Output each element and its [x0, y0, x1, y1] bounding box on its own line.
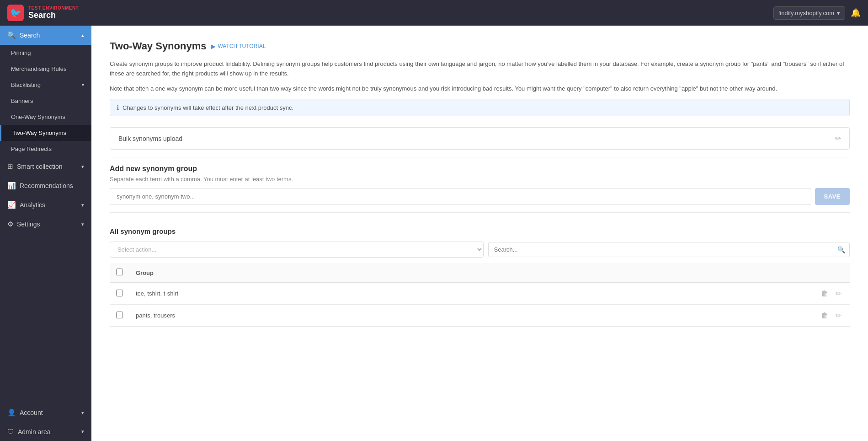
synonym-table: Group tee, tshirt, t-shirt 🗑 ✏ pa	[110, 263, 850, 327]
edit-button[interactable]: ✏	[834, 288, 843, 299]
chevron-down-icon: ▾	[81, 202, 84, 208]
search-icon: 🔍	[837, 246, 845, 253]
notifications-icon[interactable]: 🔔	[851, 8, 861, 18]
row-checkbox-cell	[110, 305, 129, 327]
sidebar-admin-label: Admin area	[18, 428, 51, 436]
table-row: pants, trousers 🗑 ✏	[110, 305, 850, 327]
sidebar-section-admin[interactable]: 🛡 Admin area ▾	[0, 422, 91, 441]
sidebar-section-smart-collection[interactable]: ⊞ Smart collection ▾	[0, 157, 91, 176]
admin-icon: 🛡	[7, 428, 14, 436]
topbar-brand: TEST ENVIRONMENT Search	[28, 5, 79, 20]
description-1: Create synonym groups to improve product…	[110, 59, 850, 79]
store-name: findify.myshopify.com	[778, 10, 834, 16]
analytics-icon: 📈	[7, 201, 16, 209]
row-terms: tee, tshirt, t-shirt	[129, 283, 813, 305]
row-actions: 🗑 ✏	[819, 310, 843, 321]
account-icon: 👤	[7, 409, 16, 417]
add-synonym-section: Add new synonym group Separate each term…	[110, 165, 850, 205]
table-header-row: Group	[110, 263, 850, 283]
store-selector[interactable]: findify.myshopify.com ▾	[773, 6, 845, 20]
sidebar-section-settings[interactable]: ⚙ Settings ▾	[0, 215, 91, 234]
info-box: ℹ Changes to synonyms will take effect a…	[110, 99, 850, 116]
info-icon: ℹ	[117, 104, 119, 111]
row-actions-cell: 🗑 ✏	[813, 305, 850, 327]
divider-2	[110, 212, 850, 213]
sidebar-section-search[interactable]: 🔍 Search ▴	[0, 26, 91, 45]
divider-1	[110, 157, 850, 157]
topbar: 🐦 TEST ENVIRONMENT Search findify.myshop…	[0, 0, 868, 26]
env-label: TEST ENVIRONMENT	[28, 5, 79, 11]
sidebar-item-pinning[interactable]: Pinning	[0, 45, 91, 61]
chevron-up-icon: ▴	[81, 32, 84, 38]
sidebar-smart-collection-label: Smart collection	[17, 163, 63, 170]
synonym-input-row: SAVE	[110, 188, 850, 205]
save-button[interactable]: SAVE	[815, 188, 850, 205]
actions-col-header	[813, 263, 850, 283]
chevron-down-icon: ▾	[82, 82, 84, 87]
sidebar-settings-label: Settings	[17, 220, 40, 228]
sidebar-item-merchandising-rules[interactable]: Merchandising Rules	[0, 61, 91, 77]
row-checkbox[interactable]	[116, 312, 123, 318]
sidebar-analytics-label: Analytics	[20, 201, 45, 209]
sidebar: 🔍 Search ▴ Pinning Merchandising Rules B…	[0, 26, 91, 441]
add-group-title: Add new synonym group	[110, 165, 850, 173]
table-row: tee, tshirt, t-shirt 🗑 ✏	[110, 283, 850, 305]
chevron-down-icon: ▾	[81, 410, 84, 416]
chevron-down-icon: ▾	[81, 429, 84, 435]
chevron-down-icon: ▾	[837, 10, 840, 16]
page-title-row: Two-Way Synonyms ▶ WATCH TUTORIAL	[110, 40, 850, 52]
layout: 🔍 Search ▴ Pinning Merchandising Rules B…	[0, 26, 868, 441]
watch-tutorial-button[interactable]: ▶ WATCH TUTORIAL	[211, 43, 266, 50]
row-checkbox-cell	[110, 283, 129, 305]
sidebar-item-banners[interactable]: Banners	[0, 93, 91, 109]
delete-button[interactable]: 🗑	[819, 310, 830, 321]
sidebar-item-one-way-synonyms[interactable]: One-Way Synonyms	[0, 109, 91, 125]
groups-controls: Select action... 🔍	[110, 242, 850, 258]
sidebar-search-label: Search	[20, 32, 40, 39]
watch-tutorial-label: WATCH TUTORIAL	[218, 43, 266, 49]
row-terms: pants, trousers	[129, 305, 813, 327]
topbar-left: 🐦 TEST ENVIRONMENT Search	[7, 5, 79, 21]
group-col-header: Group	[129, 263, 813, 283]
chevron-down-icon: ▾	[81, 164, 84, 170]
all-groups-section: All synonym groups Select action... 🔍	[110, 227, 850, 327]
sidebar-section-account[interactable]: 👤 Account ▾	[0, 403, 91, 422]
action-select[interactable]: Select action...	[110, 242, 484, 258]
sidebar-account-label: Account	[20, 409, 43, 416]
search-icon: 🔍	[7, 31, 16, 39]
play-icon: ▶	[211, 43, 216, 50]
select-all-col	[110, 263, 129, 283]
edit-button[interactable]: ✏	[834, 310, 843, 321]
groups-search-input[interactable]	[488, 242, 850, 257]
search-box-wrap: 🔍	[488, 242, 850, 258]
sidebar-item-two-way-synonyms[interactable]: Two-Way Synonyms	[0, 125, 91, 141]
sidebar-bottom: 👤 Account ▾ 🛡 Admin area ▾	[0, 403, 91, 441]
app-title: Search	[28, 11, 79, 20]
info-text: Changes to synonyms will take effect aft…	[122, 104, 293, 111]
sidebar-section-analytics[interactable]: 📈 Analytics ▾	[0, 195, 91, 215]
description-2: Note that often a one way synonym can be…	[110, 84, 850, 94]
sidebar-item-page-redirects[interactable]: Page Redirects	[0, 141, 91, 157]
sidebar-recommendations-label: Recommendations	[20, 182, 73, 189]
synonym-table-body: tee, tshirt, t-shirt 🗑 ✏ pants, trousers…	[110, 283, 850, 327]
sidebar-section-recommendations[interactable]: 📊 Recommendations	[0, 176, 91, 195]
collection-icon: ⊞	[7, 162, 13, 171]
edit-icon[interactable]: ✏	[835, 134, 841, 143]
bulk-upload-bar[interactable]: Bulk synonyms upload ✏	[110, 127, 850, 150]
main-content: Two-Way Synonyms ▶ WATCH TUTORIAL Create…	[91, 26, 868, 441]
row-actions-cell: 🗑 ✏	[813, 283, 850, 305]
sidebar-item-blacklisting[interactable]: Blacklisting ▾	[0, 77, 91, 93]
all-groups-title: All synonym groups	[110, 227, 850, 235]
topbar-right: findify.myshopify.com ▾ 🔔	[773, 6, 861, 20]
synonym-input[interactable]	[110, 188, 811, 205]
delete-button[interactable]: 🗑	[819, 288, 830, 299]
row-checkbox[interactable]	[116, 290, 123, 296]
settings-icon: ⚙	[7, 220, 13, 228]
page-title: Two-Way Synonyms	[110, 40, 206, 52]
add-group-subtitle: Separate each term with a comma. You mus…	[110, 176, 850, 183]
recommendations-icon: 📊	[7, 182, 16, 190]
app-logo: 🐦	[7, 5, 24, 21]
chevron-down-icon: ▾	[81, 221, 84, 227]
select-all-checkbox[interactable]	[116, 269, 123, 275]
bulk-upload-label: Bulk synonyms upload	[118, 135, 182, 142]
